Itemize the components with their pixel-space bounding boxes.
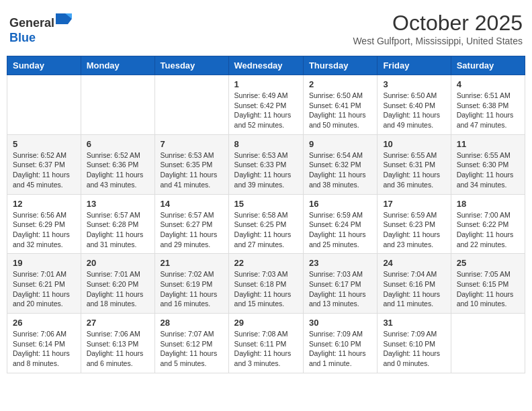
- calendar-day-cell: 3Sunrise: 6:50 AM Sunset: 6:40 PM Daylig…: [378, 75, 451, 135]
- day-number: 20: [87, 258, 149, 268]
- day-number: 23: [309, 258, 371, 268]
- day-info: Sunrise: 7:04 AM Sunset: 6:16 PM Dayligh…: [383, 269, 445, 309]
- day-info: Sunrise: 7:00 AM Sunset: 6:22 PM Dayligh…: [457, 210, 519, 250]
- day-info: Sunrise: 7:08 AM Sunset: 6:11 PM Dayligh…: [234, 329, 298, 369]
- day-number: 5: [13, 139, 75, 149]
- day-number: 21: [161, 258, 223, 268]
- day-info: Sunrise: 7:05 AM Sunset: 6:15 PM Dayligh…: [457, 269, 519, 309]
- day-number: 15: [234, 199, 298, 209]
- day-info: Sunrise: 7:09 AM Sunset: 6:10 PM Dayligh…: [309, 329, 371, 369]
- day-info: Sunrise: 7:01 AM Sunset: 6:20 PM Dayligh…: [87, 269, 149, 309]
- calendar-day-cell: [154, 75, 228, 135]
- calendar-day-cell: 14Sunrise: 6:57 AM Sunset: 6:27 PM Dayli…: [154, 194, 228, 254]
- calendar-day-cell: 26Sunrise: 7:06 AM Sunset: 6:14 PM Dayli…: [7, 314, 81, 373]
- day-info: Sunrise: 6:52 AM Sunset: 6:36 PM Dayligh…: [87, 150, 149, 190]
- day-info: Sunrise: 6:53 AM Sunset: 6:35 PM Dayligh…: [161, 150, 223, 190]
- day-info: Sunrise: 6:53 AM Sunset: 6:33 PM Dayligh…: [234, 150, 298, 190]
- day-info: Sunrise: 6:55 AM Sunset: 6:31 PM Dayligh…: [383, 150, 445, 190]
- calendar-day-cell: 12Sunrise: 6:56 AM Sunset: 6:29 PM Dayli…: [7, 194, 81, 254]
- day-number: 11: [457, 139, 519, 149]
- calendar-table: SundayMondayTuesdayWednesdayThursdayFrid…: [7, 56, 525, 373]
- weekday-header: Thursday: [303, 56, 377, 75]
- day-number: 1: [234, 79, 298, 89]
- calendar-day-cell: 21Sunrise: 7:02 AM Sunset: 6:19 PM Dayli…: [154, 254, 228, 314]
- day-number: 10: [383, 139, 445, 149]
- day-info: Sunrise: 6:52 AM Sunset: 6:37 PM Dayligh…: [13, 150, 75, 190]
- calendar-week-row: 19Sunrise: 7:01 AM Sunset: 6:21 PM Dayli…: [7, 254, 525, 314]
- calendar-day-cell: 30Sunrise: 7:09 AM Sunset: 6:10 PM Dayli…: [303, 314, 377, 373]
- logo: General Blue: [9, 11, 72, 45]
- day-number: 13: [87, 199, 149, 209]
- day-info: Sunrise: 7:06 AM Sunset: 6:14 PM Dayligh…: [13, 329, 75, 369]
- day-info: Sunrise: 6:51 AM Sunset: 6:38 PM Dayligh…: [457, 91, 519, 130]
- logo-general: General: [9, 16, 54, 30]
- day-number: 19: [13, 258, 75, 268]
- month-title: October 2025: [353, 11, 523, 36]
- day-info: Sunrise: 7:02 AM Sunset: 6:19 PM Dayligh…: [161, 269, 223, 309]
- weekday-header: Wednesday: [228, 56, 303, 75]
- calendar-day-cell: 10Sunrise: 6:55 AM Sunset: 6:31 PM Dayli…: [378, 134, 451, 194]
- day-number: 3: [383, 79, 445, 89]
- day-info: Sunrise: 6:56 AM Sunset: 6:29 PM Dayligh…: [13, 210, 75, 250]
- calendar-day-cell: 5Sunrise: 6:52 AM Sunset: 6:37 PM Daylig…: [7, 134, 81, 194]
- day-number: 25: [457, 258, 519, 268]
- calendar-day-cell: 19Sunrise: 7:01 AM Sunset: 6:21 PM Dayli…: [7, 254, 81, 314]
- calendar-day-cell: 20Sunrise: 7:01 AM Sunset: 6:20 PM Dayli…: [81, 254, 154, 314]
- calendar-day-cell: 8Sunrise: 6:53 AM Sunset: 6:33 PM Daylig…: [228, 134, 303, 194]
- calendar-day-cell: 13Sunrise: 6:57 AM Sunset: 6:28 PM Dayli…: [81, 194, 154, 254]
- calendar-day-cell: 27Sunrise: 7:06 AM Sunset: 6:13 PM Dayli…: [81, 314, 154, 373]
- day-number: 12: [13, 199, 75, 209]
- day-info: Sunrise: 6:54 AM Sunset: 6:32 PM Dayligh…: [309, 150, 371, 190]
- calendar-day-cell: 11Sunrise: 6:55 AM Sunset: 6:30 PM Dayli…: [451, 134, 525, 194]
- day-number: 29: [234, 318, 298, 328]
- calendar-day-cell: 4Sunrise: 6:51 AM Sunset: 6:38 PM Daylig…: [451, 75, 525, 135]
- calendar-day-cell: 28Sunrise: 7:07 AM Sunset: 6:12 PM Dayli…: [154, 314, 228, 373]
- day-info: Sunrise: 7:03 AM Sunset: 6:18 PM Dayligh…: [234, 269, 298, 309]
- calendar-day-cell: 25Sunrise: 7:05 AM Sunset: 6:15 PM Dayli…: [451, 254, 525, 314]
- day-number: 8: [234, 139, 298, 149]
- day-number: 14: [161, 199, 223, 209]
- day-number: 7: [161, 139, 223, 149]
- weekday-header: Saturday: [451, 56, 525, 75]
- day-info: Sunrise: 7:03 AM Sunset: 6:17 PM Dayligh…: [309, 269, 371, 309]
- day-number: 6: [87, 139, 149, 149]
- day-info: Sunrise: 6:57 AM Sunset: 6:28 PM Dayligh…: [87, 210, 149, 250]
- calendar-day-cell: 1Sunrise: 6:49 AM Sunset: 6:42 PM Daylig…: [228, 75, 303, 135]
- day-number: 16: [309, 199, 371, 209]
- calendar-day-cell: 9Sunrise: 6:54 AM Sunset: 6:32 PM Daylig…: [303, 134, 377, 194]
- calendar-day-cell: 15Sunrise: 6:58 AM Sunset: 6:25 PM Dayli…: [228, 194, 303, 254]
- day-number: 17: [383, 199, 445, 209]
- day-number: 2: [309, 79, 371, 89]
- day-number: 27: [87, 318, 149, 328]
- weekday-header: Friday: [378, 56, 451, 75]
- calendar-week-row: 1Sunrise: 6:49 AM Sunset: 6:42 PM Daylig…: [7, 75, 525, 135]
- calendar-day-cell: 7Sunrise: 6:53 AM Sunset: 6:35 PM Daylig…: [154, 134, 228, 194]
- calendar-day-cell: 22Sunrise: 7:03 AM Sunset: 6:18 PM Dayli…: [228, 254, 303, 314]
- title-area: October 2025 West Gulfport, Mississippi,…: [353, 11, 523, 46]
- calendar-day-cell: 16Sunrise: 6:59 AM Sunset: 6:24 PM Dayli…: [303, 194, 377, 254]
- calendar-day-cell: 17Sunrise: 6:59 AM Sunset: 6:23 PM Dayli…: [378, 194, 451, 254]
- calendar-day-cell: 2Sunrise: 6:50 AM Sunset: 6:41 PM Daylig…: [303, 75, 377, 135]
- day-number: 9: [309, 139, 371, 149]
- day-number: 24: [383, 258, 445, 268]
- day-info: Sunrise: 7:06 AM Sunset: 6:13 PM Dayligh…: [87, 329, 149, 369]
- weekday-header: Monday: [81, 56, 154, 75]
- day-number: 4: [457, 79, 519, 89]
- weekday-header: Tuesday: [154, 56, 228, 75]
- day-number: 26: [13, 318, 75, 328]
- day-info: Sunrise: 6:50 AM Sunset: 6:41 PM Dayligh…: [309, 91, 371, 130]
- logo-icon: [56, 11, 72, 27]
- calendar-day-cell: [81, 75, 154, 135]
- day-info: Sunrise: 6:57 AM Sunset: 6:27 PM Dayligh…: [161, 210, 223, 250]
- calendar-day-cell: [451, 314, 525, 373]
- calendar-header-row: SundayMondayTuesdayWednesdayThursdayFrid…: [7, 56, 525, 75]
- day-info: Sunrise: 6:55 AM Sunset: 6:30 PM Dayligh…: [457, 150, 519, 190]
- calendar-day-cell: 23Sunrise: 7:03 AM Sunset: 6:17 PM Dayli…: [303, 254, 377, 314]
- day-number: 30: [309, 318, 371, 328]
- weekday-header: Sunday: [7, 56, 81, 75]
- day-info: Sunrise: 6:59 AM Sunset: 6:24 PM Dayligh…: [309, 210, 371, 250]
- day-info: Sunrise: 7:09 AM Sunset: 6:10 PM Dayligh…: [383, 329, 445, 369]
- calendar-week-row: 12Sunrise: 6:56 AM Sunset: 6:29 PM Dayli…: [7, 194, 525, 254]
- calendar-week-row: 26Sunrise: 7:06 AM Sunset: 6:14 PM Dayli…: [7, 314, 525, 373]
- day-info: Sunrise: 6:50 AM Sunset: 6:40 PM Dayligh…: [383, 91, 445, 130]
